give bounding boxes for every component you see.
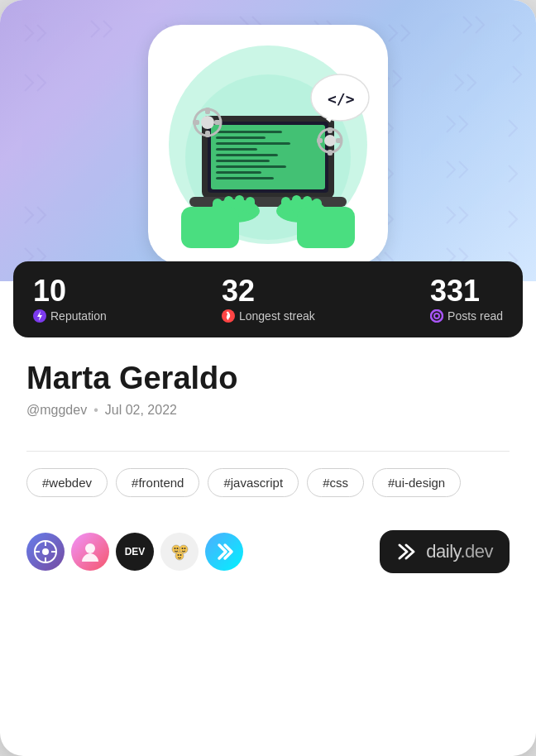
svg-rect-20 <box>205 131 210 137</box>
profile-handle: @mggdev <box>26 403 87 418</box>
svg-point-46 <box>434 313 439 318</box>
meta-dot: • <box>93 403 98 418</box>
tag-javascript[interactable]: #javascript <box>208 468 299 497</box>
svg-rect-6 <box>216 136 266 139</box>
svg-rect-7 <box>216 142 290 145</box>
svg-rect-13 <box>216 177 274 179</box>
posts-label: Posts read <box>430 309 503 323</box>
svg-point-60 <box>182 548 184 549</box>
reputation-value: 10 <box>33 276 66 306</box>
svg-rect-12 <box>216 171 261 174</box>
tag-webdev[interactable]: #webdev <box>26 468 108 497</box>
svg-point-57 <box>177 548 179 549</box>
badge-avatar[interactable] <box>71 533 109 571</box>
dev-label: DEV <box>125 546 146 557</box>
svg-point-48 <box>42 548 49 555</box>
svg-rect-27 <box>317 138 323 143</box>
svg-point-24 <box>324 135 336 146</box>
bolt-icon <box>33 309 46 323</box>
svg-text:</>: </> <box>328 90 355 108</box>
posts-value: 331 <box>430 276 480 306</box>
chevron-logo-icon <box>213 540 236 563</box>
svg-rect-25 <box>328 127 333 133</box>
tag-ui-design[interactable]: #ui-design <box>372 468 461 497</box>
svg-point-56 <box>175 548 176 549</box>
svg-point-65 <box>180 554 182 556</box>
tag-css[interactable]: #css <box>307 468 364 497</box>
ring-icon <box>430 309 443 323</box>
svg-rect-9 <box>216 154 278 156</box>
group-icon <box>166 538 193 565</box>
stat-posts: 331 Posts read <box>430 276 503 323</box>
stat-streak: 32 Longest streak <box>222 276 315 323</box>
header-background: </> <box>0 0 536 281</box>
tag-frontend[interactable]: #frontend <box>116 468 199 497</box>
avatar: </> <box>148 25 388 265</box>
svg-rect-21 <box>193 120 199 125</box>
svg-rect-22 <box>214 120 221 125</box>
badges-row: DEV <box>26 533 243 571</box>
svg-rect-5 <box>216 131 282 133</box>
badge-dev[interactable]: DEV <box>116 533 154 571</box>
dailydev-logo-icon <box>396 540 419 563</box>
svg-rect-34 <box>246 197 255 214</box>
svg-rect-28 <box>336 138 342 143</box>
dailydev-name: daily.dev <box>426 541 493 562</box>
svg-point-45 <box>431 310 443 322</box>
profile-info: Marta Geraldo @mggdev • Jul 02, 2022 <box>0 337 536 434</box>
svg-rect-4 <box>211 125 325 189</box>
svg-rect-19 <box>205 108 210 114</box>
svg-point-61 <box>184 548 186 549</box>
reputation-label: Reputation <box>33 309 107 323</box>
streak-value: 32 <box>222 276 255 306</box>
profile-name: Marta Geraldo <box>26 361 510 396</box>
svg-rect-41 <box>297 207 355 248</box>
svg-rect-8 <box>216 148 257 151</box>
profile-meta: @mggdev • Jul 02, 2022 <box>26 403 510 418</box>
svg-point-53 <box>85 543 95 553</box>
flame-icon <box>222 309 235 323</box>
svg-rect-11 <box>216 165 286 168</box>
crosshair-icon <box>34 540 57 563</box>
profile-card: </> <box>0 0 536 756</box>
divider <box>26 451 510 452</box>
streak-label: Longest streak <box>222 309 315 323</box>
badge-group[interactable] <box>160 533 199 571</box>
svg-rect-40 <box>181 207 239 248</box>
card-footer: DEV <box>0 517 536 586</box>
badge-crosshair[interactable] <box>26 533 65 571</box>
dailydev-branding: daily.dev <box>380 530 510 573</box>
svg-rect-10 <box>216 160 270 162</box>
person-icon <box>79 540 102 563</box>
tags-section: #webdev #frontend #javascript #css #ui-d… <box>0 468 536 497</box>
stats-bar: 10 Reputation 32 Longest streak 331 <box>13 261 523 337</box>
svg-point-18 <box>201 116 214 129</box>
svg-rect-39 <box>281 197 290 214</box>
svg-point-64 <box>178 554 179 556</box>
badge-chevron[interactable] <box>205 533 243 571</box>
stat-reputation: 10 Reputation <box>33 276 107 323</box>
svg-rect-26 <box>328 150 333 156</box>
profile-join-date: Jul 02, 2022 <box>105 403 177 418</box>
